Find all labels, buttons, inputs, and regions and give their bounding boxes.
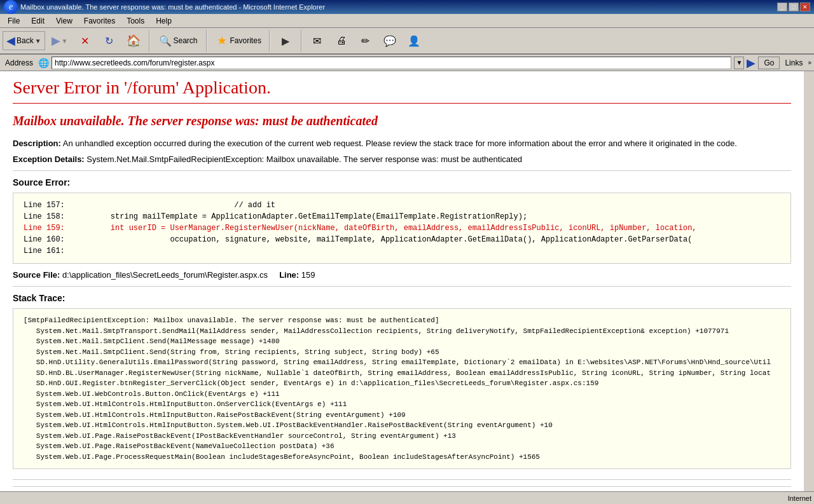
code-line-4: Line 160: occupation, signature, website… [24,234,780,245]
stack-line-4: System.Net.Mail.SmtpClient.Send(String f… [24,347,780,358]
stack-line-8: System.Web.UI.WebControls.Button.OnClick… [24,389,780,400]
status-bar: Internet [0,491,814,504]
search-button[interactable]: 🔍 Search [155,31,202,50]
close-button[interactable]: ✕ [800,3,810,11]
description-section: Description: An unhandled exception occu… [13,139,791,148]
line-label: Line: [279,270,299,280]
source-code-box: Line 157: // add it Line 158: string mai… [13,193,791,264]
address-go-arrow-icon[interactable]: ▶ [747,56,755,70]
source-error-label: Source Error: [13,177,791,187]
stack-line-9: System.Web.UI.HtmlControls.HtmlInputButt… [24,399,780,410]
mail-button[interactable]: ✉ [307,32,328,49]
line-number: 159 [301,270,315,280]
source-file-path: d:\application_files\SecretLeeds_forum\R… [62,270,268,280]
mail-icon: ✉ [310,34,324,48]
links-arrow-icon: » [808,59,811,66]
address-label: Address [3,58,36,67]
refresh-button[interactable]: ↻ [99,32,120,49]
back-arrow-icon: ▼ [35,37,41,44]
title-bar: e Mailbox unavailable. The server respon… [0,0,814,14]
source-file-info: Source File: d:\application_files\Secret… [13,270,791,280]
menu-help[interactable]: Help [151,15,177,27]
divider-3 [13,479,791,480]
stop-button[interactable]: ✕ [74,32,96,49]
forward-button[interactable]: ▶ ▼ [48,31,72,50]
messenger-icon: 👤 [407,34,421,48]
code-line-5: Line 161: [24,245,780,257]
messenger-button[interactable]: 👤 [403,32,425,49]
stack-trace-box: [SmtpFailedRecipientException: Mailbox u… [13,308,791,469]
address-dropdown[interactable]: ▼ [734,57,744,69]
favorites-button[interactable]: ★ Favorites [212,32,265,50]
search-magnifier-icon: 🔍 [158,34,172,48]
menu-edit[interactable]: Edit [26,15,50,27]
stack-line-7: SD.HnD.GUI.Register.btnRegister_ServerCl… [24,378,780,389]
links-button[interactable]: Links [782,58,805,67]
server-error-title: Server Error in '/forum' Application. [13,78,791,104]
favorites-label: Favorites [230,36,261,45]
minimize-button[interactable]: _ [777,3,787,11]
menu-file[interactable]: File [3,15,25,27]
toolbar-separator-3 [269,30,270,51]
title-bar-left: e Mailbox unavailable. The server respon… [4,0,325,14]
home-icon: 🏠 [127,34,141,48]
code-line-1: Line 157: // add it [24,200,780,211]
divider-2 [13,286,791,287]
media-button[interactable]: ▶ [275,32,296,49]
forward-arrow-icon: ▼ [62,37,68,44]
menu-view[interactable]: View [51,15,78,27]
stack-line-3: System.Net.Mail.SmtpClient.Send(MailMess… [24,336,780,347]
stack-line-12: System.Web.UI.Page.RaisePostBackEvent(IP… [24,431,780,442]
address-bar: Address 🌐 ▼ ▶ Go Links » [0,55,814,71]
discuss-button[interactable]: 💬 [379,32,401,49]
content-area: Server Error in '/forum' Application. Ma… [0,71,814,491]
exception-details: Exception Details: System.Net.Mail.SmtpF… [13,154,791,164]
edit-button[interactable]: ✏ [355,32,376,49]
menu-tools[interactable]: Tools [121,15,149,27]
stack-line-11: System.Web.UI.HtmlControls.HtmlInputButt… [24,420,780,431]
source-file-label: Source File: [13,270,60,280]
menu-bar: File Edit View Favorites Tools Help [0,14,814,28]
edit-icon: ✏ [359,34,373,48]
internet-zone: Internet [788,494,811,502]
stack-line-2: System.Net.Mail.SmtpTransport.SendMail(M… [24,326,780,337]
star-icon: ★ [215,34,229,48]
code-line-2: Line 158: string mailTemplate = Applicat… [24,211,780,222]
search-label: Search [174,36,198,45]
stack-line-14: System.Web.UI.Page.ProcessRequestMain(Bo… [24,452,780,463]
divider-1 [13,170,791,171]
globe-icon: 🌐 [38,58,49,68]
stop-icon: ✕ [78,34,92,48]
mailbox-error-title: Mailbox unavailable. The server response… [13,114,791,128]
description-text: An unhandled exception occurred during t… [63,139,737,148]
toolbar-separator-1 [149,30,150,51]
stack-line-10: System.Web.UI.HtmlControls.HtmlInputButt… [24,410,780,421]
media-icon: ▶ [279,34,293,48]
code-line-3: Line 159: int userID = UserManager.Regis… [24,222,780,234]
exception-text: System.Net.Mail.SmtpFailedRecipientExcep… [86,154,522,164]
home-button[interactable]: 🏠 [123,32,144,49]
stack-line-1: [SmtpFailedRecipientException: Mailbox u… [24,315,780,326]
discuss-icon: 💬 [383,34,397,48]
print-button[interactable]: 🖨 [331,32,352,49]
address-input[interactable] [52,57,731,69]
stack-trace-label: Stack Trace: [13,293,791,303]
version-info: Version Information: Microsoft .NET Fram… [13,486,791,491]
print-icon: 🖨 [335,34,348,48]
toolbar: ◀ Back ▼ ▶ ▼ ✕ ↻ 🏠 🔍 Search ★ Favorites … [0,28,814,55]
window-title: Mailbox unavailable. The server response… [20,3,325,11]
description-label: Description: [13,139,61,148]
exception-label: Exception Details: [13,154,85,164]
back-label: Back [17,36,34,45]
back-button[interactable]: ◀ Back ▼ [3,31,45,50]
menu-favorites[interactable]: Favorites [79,15,120,27]
stack-line-5: SD.HnD.Utility.GeneralUtils.EmailPasswor… [24,357,780,368]
toolbar-separator-4 [301,30,302,51]
toolbar-separator-2 [206,30,207,51]
refresh-icon: ↻ [102,34,116,48]
maximize-button[interactable]: □ [789,3,799,11]
window-controls: _ □ ✕ [777,3,810,11]
stack-line-6: SD.HnD.BL.UserManager.RegisterNewUser(St… [24,368,780,379]
ie-logo: e [4,0,18,14]
go-button[interactable]: Go [758,57,780,69]
